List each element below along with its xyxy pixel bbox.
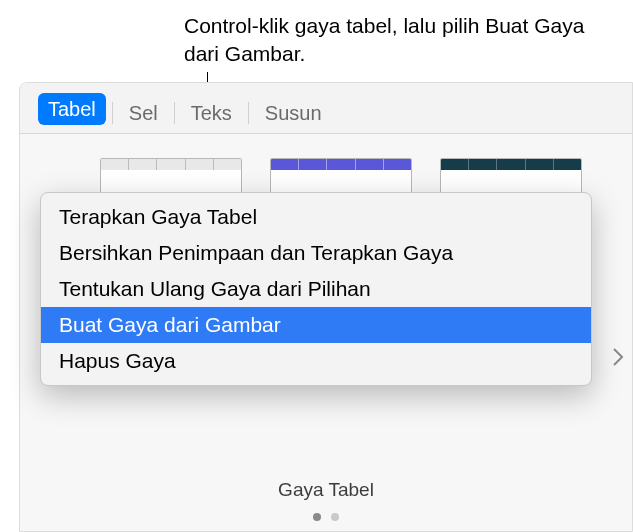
- tab-separator: [174, 102, 175, 124]
- tab-sel[interactable]: Sel: [119, 97, 168, 129]
- table-styles-label: Gaya Tabel: [20, 479, 632, 501]
- style-pager: [20, 513, 632, 521]
- menu-item-apply-style[interactable]: Terapkan Gaya Tabel: [41, 199, 591, 235]
- tab-teks[interactable]: Teks: [181, 97, 242, 129]
- next-styles-chevron-icon[interactable]: [604, 337, 632, 381]
- callout-text: Control-klik gaya tabel, lalu pilih Buat…: [184, 12, 604, 69]
- tab-label: Sel: [129, 102, 158, 125]
- tab-susun[interactable]: Susun: [255, 97, 332, 129]
- tab-tabel[interactable]: Tabel: [38, 93, 106, 125]
- tab-label: Susun: [265, 102, 322, 125]
- pager-dot[interactable]: [331, 513, 339, 521]
- tab-separator: [112, 102, 113, 124]
- menu-item-delete-style[interactable]: Hapus Gaya: [41, 343, 591, 379]
- context-menu: Terapkan Gaya Tabel Bersihkan Penimpaan …: [40, 192, 592, 386]
- tab-bar: Tabel Sel Teks Susun: [20, 83, 632, 134]
- tab-label: Tabel: [48, 98, 96, 121]
- tab-label: Teks: [191, 102, 232, 125]
- menu-item-create-from-image[interactable]: Buat Gaya dari Gambar: [41, 307, 591, 343]
- pager-dot[interactable]: [313, 513, 321, 521]
- tab-separator: [248, 102, 249, 124]
- menu-item-redefine-from-selection[interactable]: Tentukan Ulang Gaya dari Pilihan: [41, 271, 591, 307]
- menu-item-clear-overrides[interactable]: Bersihkan Penimpaan dan Terapkan Gaya: [41, 235, 591, 271]
